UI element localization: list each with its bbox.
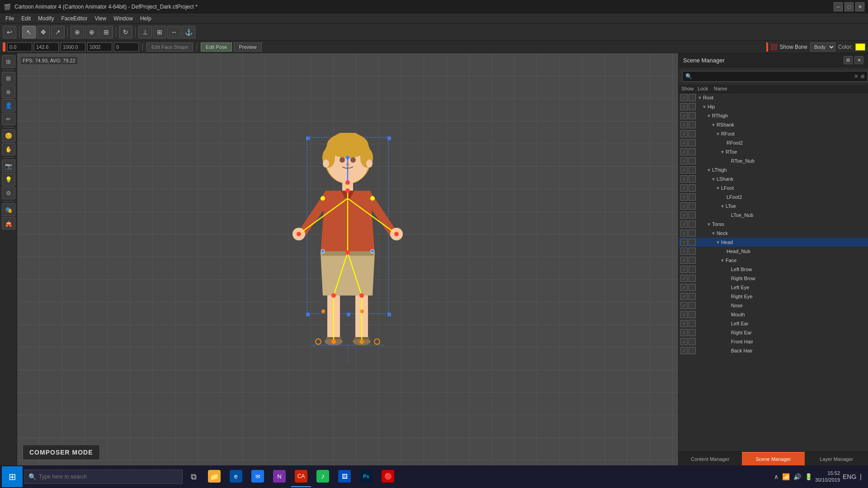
- tree-lock-check[interactable]: [689, 130, 696, 137]
- tree-show-check[interactable]: ✓: [680, 184, 688, 192]
- scene-panel-close[interactable]: ✕: [854, 56, 863, 64]
- tab-layer-manager[interactable]: Layer Manager: [805, 452, 868, 465]
- move-tool[interactable]: ✥: [37, 26, 50, 38]
- tree-show-check[interactable]: ✓: [680, 94, 688, 101]
- tree-lock-check[interactable]: [689, 275, 696, 282]
- tree-expand-icon[interactable]: ▼: [711, 231, 716, 236]
- tree-lock-check[interactable]: [689, 121, 696, 128]
- tree-row[interactable]: ✓ ▼ RFoot: [679, 129, 868, 138]
- tree-row[interactable]: ✓ Right Ear: [679, 328, 868, 337]
- tree-row[interactable]: ✓ Nose: [679, 301, 868, 310]
- tree-row[interactable]: ✓ Left Ear: [679, 319, 868, 328]
- tree-show-check[interactable]: ✓: [680, 157, 688, 164]
- task-view-button[interactable]: ⧉: [184, 466, 203, 487]
- search-options-icon[interactable]: ⊕: [860, 73, 865, 80]
- start-button[interactable]: ⊞: [2, 466, 23, 487]
- tree-lock-check[interactable]: [689, 184, 696, 192]
- tree-lock-check[interactable]: [689, 266, 696, 273]
- tree-show-check[interactable]: ✓: [680, 347, 688, 354]
- tree-show-check[interactable]: ✓: [680, 230, 688, 237]
- taskbar-photos[interactable]: 🖼: [335, 466, 354, 487]
- tree-expand-icon[interactable]: ▼: [716, 240, 720, 245]
- tree-row[interactable]: ✓ ▼ LFoot: [679, 183, 868, 192]
- scene-panel-settings[interactable]: ⚙: [844, 56, 853, 64]
- show-bone-checkbox[interactable]: ✓: [771, 44, 777, 50]
- tree-expand-icon[interactable]: ▼: [698, 95, 702, 100]
- tree-show-check[interactable]: ✓: [680, 266, 688, 273]
- rotate2-tool[interactable]: ↻: [119, 26, 132, 38]
- tab-scene-manager[interactable]: Scene Manager: [742, 452, 805, 465]
- tab-content-manager[interactable]: Content Manager: [679, 452, 742, 465]
- preview-button[interactable]: Preview: [234, 42, 261, 52]
- minimize-button[interactable]: ─: [834, 2, 843, 11]
- tree-row[interactable]: ✓ ▼ RShank: [679, 120, 868, 129]
- tree-expand-icon[interactable]: ▼: [707, 168, 711, 173]
- tree-lock-check[interactable]: [689, 148, 696, 155]
- tree-row[interactable]: ✓ ▼ LThigh: [679, 165, 868, 174]
- tree-row[interactable]: ✓ Front Hair: [679, 337, 868, 346]
- tree-row[interactable]: ✓ Left Eye: [679, 283, 868, 292]
- tree-lock-check[interactable]: [689, 166, 696, 174]
- tree-lock-check[interactable]: [689, 211, 696, 219]
- tree-expand-icon[interactable]: ▼: [720, 258, 725, 263]
- distribute-tool[interactable]: ⊞: [153, 26, 166, 38]
- tree-row[interactable]: ✓ LToe_Nub: [679, 211, 868, 220]
- rotate-tool[interactable]: ↗: [51, 26, 65, 38]
- menu-edit[interactable]: Edit: [18, 14, 34, 23]
- edit-pose-button[interactable]: Edit Pose: [201, 42, 232, 52]
- taskbar-cartoon-animator[interactable]: CA: [291, 466, 311, 487]
- tree-lock-check[interactable]: [689, 311, 696, 318]
- field-y[interactable]: 142.6: [34, 42, 59, 52]
- character-btn[interactable]: 👤: [2, 99, 15, 112]
- tree-lock-check[interactable]: [689, 157, 696, 164]
- tree-row[interactable]: ✓ RFoot2: [679, 138, 868, 147]
- tree-lock-check[interactable]: [689, 293, 696, 300]
- tray-up-icon[interactable]: ∧: [773, 472, 779, 481]
- tree-lock-check[interactable]: [689, 94, 696, 101]
- tree-row[interactable]: ✓ ▼ RThigh: [679, 111, 868, 120]
- tree-lock-check[interactable]: [689, 193, 696, 201]
- tree-row[interactable]: ✓ ▼ LToe: [679, 202, 868, 211]
- tree-lock-check[interactable]: [689, 302, 696, 309]
- tree-row[interactable]: ✓ RToe_Nub: [679, 156, 868, 165]
- scene-search-input[interactable]: [694, 74, 852, 79]
- tray-lang[interactable]: ENG: [842, 472, 857, 481]
- tree-row[interactable]: ✓ ▼ Face: [679, 256, 868, 265]
- close-button[interactable]: ✕: [855, 2, 864, 11]
- tree-show-check[interactable]: ✓: [680, 221, 688, 228]
- align-tool[interactable]: ⊥: [138, 26, 152, 38]
- tree-lock-check[interactable]: [689, 284, 696, 291]
- tree-row[interactable]: ✓ ▼ Torso: [679, 220, 868, 229]
- tree-show-check[interactable]: ✓: [680, 293, 688, 300]
- tree-lock-check[interactable]: [689, 103, 696, 110]
- paint-btn[interactable]: ✏: [2, 113, 15, 125]
- tree-lock-check[interactable]: [689, 221, 696, 228]
- tree-row[interactable]: ✓ Right Eye: [679, 292, 868, 301]
- tree-show-check[interactable]: ✓: [680, 257, 688, 264]
- tray-volume-icon[interactable]: 🔊: [793, 472, 802, 481]
- tree-row[interactable]: ✓ ▼ LShank: [679, 174, 868, 183]
- stage-btn[interactable]: 🎭: [2, 203, 15, 216]
- tree-show-check[interactable]: ✓: [680, 103, 688, 110]
- scene-btn[interactable]: ⊞: [2, 55, 15, 68]
- taskbar-mail[interactable]: ✉: [248, 466, 268, 487]
- tree-show-check[interactable]: ✓: [680, 175, 688, 183]
- tree-show-check[interactable]: ✓: [680, 275, 688, 282]
- menu-window[interactable]: Window: [110, 14, 137, 23]
- menu-modify[interactable]: Modify: [34, 14, 57, 23]
- field-w[interactable]: 1000.0: [61, 42, 85, 52]
- select-tool[interactable]: ↖: [22, 26, 36, 38]
- maximize-button[interactable]: □: [844, 2, 854, 11]
- field-h[interactable]: 1002: [87, 42, 112, 52]
- tree-lock-check[interactable]: [689, 175, 696, 183]
- sprites-btn[interactable]: ⊠: [2, 72, 15, 84]
- tree-show-check[interactable]: ✓: [680, 130, 688, 137]
- tree-lock-check[interactable]: [689, 347, 696, 354]
- taskbar-search-box[interactable]: 🔍: [24, 469, 183, 484]
- tree-lock-check[interactable]: [689, 338, 696, 345]
- menu-view[interactable]: View: [91, 14, 110, 23]
- tree-show-check[interactable]: ✓: [680, 320, 688, 327]
- tree-expand-icon[interactable]: ▼: [707, 113, 711, 118]
- tree-row[interactable]: ✓ LFoot2: [679, 192, 868, 202]
- tree-show-check[interactable]: ✓: [680, 166, 688, 174]
